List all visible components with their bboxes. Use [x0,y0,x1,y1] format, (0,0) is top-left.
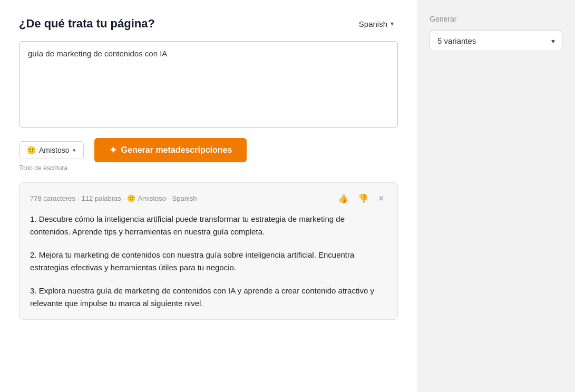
results-content: 1. Descubre cómo la inteligencia artific… [30,213,387,310]
page-topic-input[interactable] [28,49,389,117]
result-item-1: 1. Descubre cómo la inteligencia artific… [30,213,387,238]
generate-button[interactable]: ✦ Generar metadescripciones [94,138,247,162]
thumbs-up-icon: 👍 [338,194,348,203]
meta-tone-emoji: 🙂 [127,194,135,202]
generar-label: Generar [430,15,562,23]
sparkle-icon: ✦ [109,144,117,156]
variants-select-wrapper: 1 variante 2 variantes 3 variantes 4 var… [430,31,562,51]
character-count: 778 caracteres [30,194,75,202]
results-meta-right: 👍 👎 ✕ [336,192,387,204]
result-item-2: 2. Mejora tu marketing de contenidos con… [30,249,387,274]
side-panel: Generar 1 variante 2 variantes 3 variant… [417,0,575,392]
results-meta-left: 778 caracteres · 112 palabras · 🙂 Amisto… [30,194,197,202]
tone-selector-button[interactable]: 🙂 Amistoso ▾ [19,141,84,159]
controls-row: 🙂 Amistoso ▾ ✦ Generar metadescripciones [19,138,398,162]
tone-chevron-icon: ▾ [73,147,76,154]
generate-button-label: Generar metadescripciones [121,145,232,155]
page-title: ¿De qué trata tu página? [19,17,155,31]
thumbs-down-button[interactable]: 👎 [356,192,371,204]
thumbs-down-icon: 👎 [358,194,368,203]
tone-label-text: Amistoso [39,146,70,154]
header-row: ¿De qué trata tu página? Spanish ▾ [19,17,398,31]
variants-select[interactable]: 1 variante 2 variantes 3 variantes 4 var… [430,31,562,51]
controls-section: 🙂 Amistoso ▾ ✦ Generar metadescripciones… [19,138,398,172]
word-count: 112 palabras [82,194,121,202]
language-label: Spanish [359,19,387,28]
close-icon: ✕ [378,194,385,203]
meta-language: Spanish [172,194,197,202]
results-meta: 778 caracteres · 112 palabras · 🙂 Amisto… [30,192,387,204]
result-text-2: 2. Mejora tu marketing de contenidos con… [30,250,354,272]
result-text-3: 3. Explora nuestra guía de marketing de … [30,286,374,308]
close-result-button[interactable]: ✕ [376,193,387,204]
meta-dot1: · [77,194,80,202]
meta-dot3: · [168,194,170,202]
result-item-3: 3. Explora nuestra guía de marketing de … [30,285,387,310]
result-text-1: 1. Descubre cómo la inteligencia artific… [30,214,345,236]
language-selector-button[interactable]: Spanish ▾ [355,17,398,31]
meta-tone-name: Amistoso [138,194,165,202]
thumbs-up-button[interactable]: 👍 [336,192,350,204]
tone-sublabel: Tono de escritura [19,164,398,172]
results-card: 778 caracteres · 112 palabras · 🙂 Amisto… [19,182,398,320]
tone-emoji: 🙂 [27,146,36,154]
meta-dot2: · [123,194,125,202]
language-chevron-icon: ▾ [391,20,394,27]
textarea-wrapper [19,41,398,128]
